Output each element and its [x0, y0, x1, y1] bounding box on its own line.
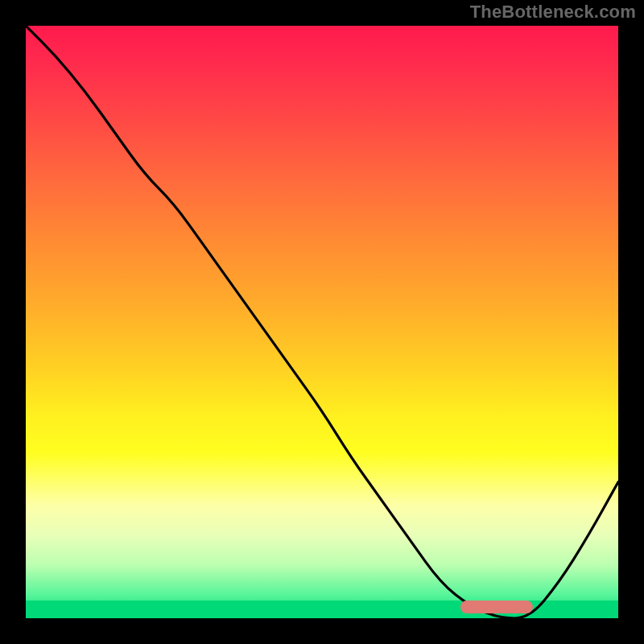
curve-path — [26, 26, 618, 618]
chart-frame: TheBottleneck.com — [0, 0, 644, 644]
plot-area — [26, 26, 618, 618]
optimum-range-marker — [460, 601, 533, 613]
watermark-text: TheBottleneck.com — [470, 2, 636, 23]
bottleneck-curve — [26, 26, 618, 618]
